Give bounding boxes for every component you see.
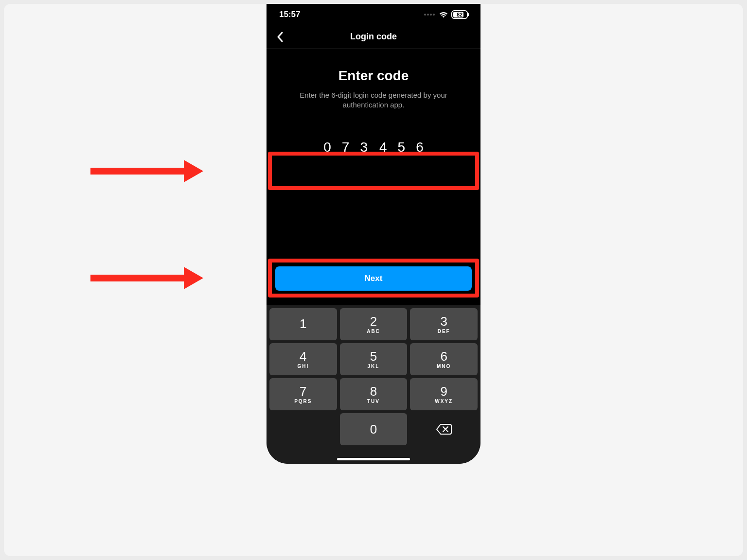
- arrow-icon: [90, 267, 203, 289]
- code-input[interactable]: 0 7 3 4 5 6: [280, 140, 467, 155]
- code-digit: 3: [360, 140, 368, 155]
- back-button[interactable]: [270, 27, 290, 47]
- svg-rect-0: [90, 168, 184, 175]
- status-time: 15:57: [279, 10, 300, 19]
- code-digit: 6: [416, 140, 424, 155]
- phone-frame: 15:57 82: [267, 4, 480, 464]
- main-content: Enter code Enter the 6-digit login code …: [267, 49, 480, 155]
- keypad-blank: [269, 413, 337, 445]
- svg-rect-2: [90, 275, 184, 281]
- page-heading: Enter code: [280, 68, 467, 84]
- keypad-delete-button[interactable]: [410, 413, 478, 445]
- numeric-keypad: 1 2 ABC 3 DEF 4 GHI 5 JKL: [267, 305, 480, 464]
- nav-title: Login code: [350, 32, 397, 42]
- keypad-key-4[interactable]: 4 GHI: [269, 343, 337, 375]
- svg-marker-3: [184, 267, 203, 289]
- keypad-key-2[interactable]: 2 ABC: [340, 308, 408, 340]
- battery-percent: 82: [452, 11, 467, 18]
- keypad-key-0[interactable]: 0: [340, 413, 408, 445]
- code-digit: 4: [379, 140, 387, 155]
- keypad-key-9[interactable]: 9 WXYZ: [410, 378, 478, 410]
- svg-marker-1: [184, 160, 203, 182]
- keypad-key-3[interactable]: 3 DEF: [410, 308, 478, 340]
- recording-dots-icon: [424, 14, 435, 16]
- highlight-box: [268, 152, 479, 190]
- page-canvas: 15:57 82: [4, 4, 743, 556]
- wifi-icon: [439, 11, 448, 18]
- page-subtext: Enter the 6-digit login code generated b…: [280, 90, 467, 110]
- keypad-key-8[interactable]: 8 TUV: [340, 378, 408, 410]
- status-bar: 15:57 82: [267, 4, 480, 25]
- arrow-icon: [90, 160, 203, 182]
- battery-icon: 82: [451, 10, 468, 19]
- keypad-key-6[interactable]: 6 MNO: [410, 343, 478, 375]
- code-digit: 7: [342, 140, 350, 155]
- backspace-icon: [436, 424, 452, 435]
- code-digit: 5: [398, 140, 406, 155]
- nav-header: Login code: [267, 25, 480, 49]
- next-button[interactable]: Next: [275, 266, 472, 291]
- keypad-key-7[interactable]: 7 PQRS: [269, 378, 337, 410]
- keypad-key-1[interactable]: 1: [269, 308, 337, 340]
- chevron-left-icon: [277, 32, 284, 42]
- code-digit: 0: [323, 140, 331, 155]
- home-indicator[interactable]: [337, 458, 410, 460]
- next-button-label: Next: [365, 274, 383, 283]
- keypad-key-5[interactable]: 5 JKL: [340, 343, 408, 375]
